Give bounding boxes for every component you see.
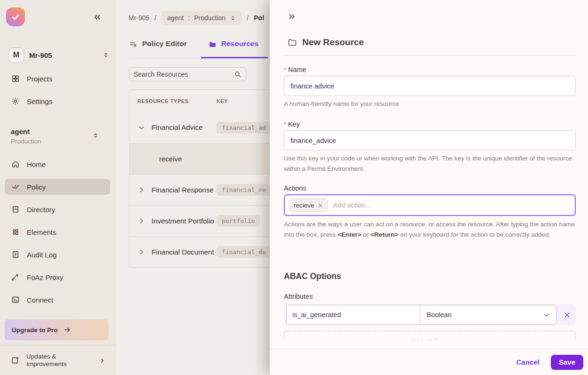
- chevron-right-icon[interactable]: [137, 217, 152, 225]
- sidebar-item-projects[interactable]: Projects: [5, 71, 110, 87]
- tab-label: Policy Editor: [142, 40, 187, 48]
- panel-body: New Resource Name A human-friendly name …: [270, 0, 588, 340]
- cancel-button[interactable]: Cancel: [516, 358, 540, 366]
- chevron-right-icon[interactable]: [137, 186, 152, 194]
- upgrade-label: Upgrade to Pro: [12, 327, 58, 334]
- resource-key-chip: financial_do: [217, 246, 271, 258]
- tab-policy-editor[interactable]: Policy Editor: [129, 37, 188, 58]
- remove-tag-icon[interactable]: [318, 203, 323, 208]
- home-icon: [11, 160, 20, 168]
- panel-title: New Resource: [302, 37, 364, 48]
- policy-editor-icon: [129, 40, 137, 48]
- actions-tag-input[interactable]: recieve: [284, 194, 576, 216]
- attributes-label: Attributes: [284, 293, 313, 300]
- add-action-input[interactable]: [333, 201, 571, 209]
- table-row[interactable]: Financial Document financial_do: [129, 236, 291, 267]
- breadcrumb-separator: /: [154, 14, 156, 22]
- name-label: Name: [284, 66, 306, 73]
- sidebar-item-label: FoAz Proxy: [27, 273, 64, 281]
- changelog-icon: [11, 356, 19, 365]
- sidebar-divider: [0, 345, 115, 345]
- breadcrumb-workspace[interactable]: Mr-905: [129, 14, 149, 22]
- sidebar-collapse-icon[interactable]: [93, 13, 102, 22]
- app-logo-icon: [6, 8, 25, 26]
- sidebar-item-label: Home: [27, 160, 46, 168]
- chevron-updown-icon: [103, 52, 109, 58]
- table-row-action[interactable]: receive: [129, 143, 291, 174]
- action-tag-label: recieve: [294, 202, 314, 209]
- updates-label: Updates & Improvements: [26, 353, 92, 368]
- sidebar-item-elements[interactable]: Elements: [5, 224, 110, 240]
- sidebar-item-label: Elements: [27, 228, 56, 236]
- selector-env: Production: [194, 14, 226, 22]
- attribute-type-value: Boolean: [427, 311, 451, 319]
- chevron-down-icon: [543, 311, 550, 319]
- chevron-updown-icon: [230, 15, 236, 21]
- updates-improvements-button[interactable]: Updates & Improvements: [5, 349, 112, 372]
- environment-name: Production: [11, 138, 109, 145]
- table-row[interactable]: Investment Portfolio portfolio: [129, 205, 291, 236]
- selector-project: agent: [167, 14, 184, 22]
- breadcrumb-separator: /: [247, 14, 249, 22]
- action-name: receive: [159, 154, 182, 164]
- sidebar-item-label: Audit Log: [27, 251, 56, 259]
- table-row[interactable]: Financial Advice financial_ad: [129, 112, 291, 143]
- action-tag: recieve: [289, 199, 328, 212]
- route-arrow-icon: [11, 273, 20, 281]
- sidebar-item-label: Connect: [27, 296, 53, 304]
- save-button[interactable]: Save: [551, 355, 583, 370]
- search-resources: [129, 67, 246, 81]
- chevron-right-icon[interactable]: [137, 248, 152, 256]
- attribute-row: Boolean: [284, 304, 576, 326]
- search-icon[interactable]: [234, 71, 242, 78]
- gear-icon: [11, 97, 20, 105]
- panel-collapse-icon[interactable]: [287, 12, 297, 21]
- resource-key-chip: portfolio: [217, 215, 260, 227]
- divider: [284, 55, 576, 56]
- breadcrumb: Mr-905 / agent : Production / Pol: [129, 10, 264, 25]
- abac-options-heading: ABAC Options: [284, 271, 341, 281]
- upgrade-to-pro-button[interactable]: Upgrade to Pro: [5, 319, 108, 340]
- resource-name: Financial Response: [152, 185, 217, 195]
- panel-footer: Cancel Save: [270, 349, 588, 375]
- workspace-switcher[interactable]: M Mr-905: [8, 47, 109, 64]
- workspace-name: Mr-905: [29, 51, 97, 59]
- search-input[interactable]: [134, 71, 234, 78]
- breadcrumb-page: Pol: [254, 14, 264, 22]
- add-attribute-button[interactable]: Add attribute: [284, 331, 576, 340]
- grid-icon: [11, 74, 20, 83]
- actions-label: Actions: [284, 184, 306, 192]
- column-key: KEY: [217, 98, 228, 104]
- workspace-avatar: M: [8, 48, 24, 63]
- sidebar-item-directory[interactable]: Directory: [5, 201, 110, 217]
- key-helper: Use this key in your code or when workin…: [284, 153, 576, 174]
- key-field[interactable]: [284, 130, 576, 151]
- attribute-name-field[interactable]: [286, 305, 420, 325]
- project-switcher[interactable]: agent Production: [11, 128, 109, 145]
- new-resource-panel: New Resource Name A human-friendly name …: [270, 0, 588, 375]
- name-helper: A human-friendly name for your resource: [284, 99, 576, 109]
- tab-resources[interactable]: Resources: [208, 37, 259, 58]
- sidebar-item-foaz-proxy[interactable]: FoAz Proxy: [5, 269, 110, 285]
- sidebar: M Mr-905 Projects Settings agent Product…: [0, 0, 115, 375]
- sidebar-item-policy[interactable]: Policy: [5, 179, 110, 195]
- chevron-right-icon: [99, 357, 106, 364]
- resource-name: Investment Portfolio: [152, 216, 217, 226]
- chevron-down-icon[interactable]: [137, 124, 152, 132]
- sidebar-item-audit-log[interactable]: Audit Log: [5, 247, 110, 263]
- tab-label: Resources: [221, 40, 258, 48]
- double-check-icon: [11, 183, 20, 191]
- remove-attribute-icon[interactable]: [563, 311, 571, 319]
- resource-name: Financial Advice: [152, 122, 217, 133]
- document-lines-icon: [11, 250, 20, 259]
- chevron-updown-icon: [92, 132, 99, 139]
- sidebar-item-settings[interactable]: Settings: [5, 93, 110, 109]
- sidebar-item-home[interactable]: Home: [5, 156, 110, 172]
- table-row[interactable]: Financial Response financial_re: [129, 174, 291, 205]
- sidebar-item-connect[interactable]: Connect: [5, 292, 110, 308]
- resource-key-chip: financial_re: [217, 184, 271, 196]
- add-attribute-label: Add attribute: [411, 337, 448, 340]
- name-field[interactable]: [284, 76, 576, 96]
- attribute-type-select[interactable]: Boolean: [420, 305, 556, 325]
- project-env-selector[interactable]: agent : Production: [161, 11, 242, 25]
